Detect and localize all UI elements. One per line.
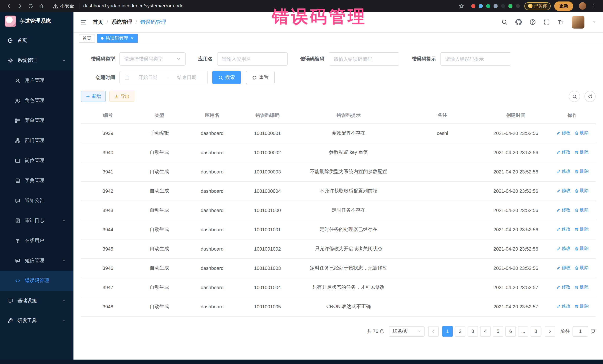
- sidebar-item-post[interactable]: 岗位管理: [0, 151, 73, 170]
- edit-link[interactable]: 修改: [556, 149, 570, 155]
- delete-link[interactable]: 删除: [574, 303, 589, 310]
- error-code-input[interactable]: [329, 52, 399, 66]
- delete-link[interactable]: 删除: [574, 226, 589, 232]
- sidebar-item-dict[interactable]: 字典管理: [0, 170, 73, 190]
- edit-link[interactable]: 修改: [556, 246, 570, 252]
- delete-link[interactable]: 删除: [574, 149, 589, 155]
- extension-icon[interactable]: [508, 4, 512, 8]
- tab-item[interactable]: 错误码管理: [97, 34, 138, 43]
- toolbar: 新增 导出: [81, 91, 596, 102]
- breadcrumb-item[interactable]: 首页: [93, 19, 103, 25]
- search-icon[interactable]: [501, 19, 508, 25]
- add-button[interactable]: 新增: [81, 91, 106, 102]
- edit-link[interactable]: 修改: [556, 284, 570, 290]
- bookmark-star-icon[interactable]: [458, 3, 464, 9]
- help-icon[interactable]: [530, 19, 536, 25]
- tab-item[interactable]: 首页: [79, 34, 95, 43]
- pager-page-button[interactable]: 6: [505, 326, 516, 336]
- sidebar-item-code[interactable]: 错误码管理: [0, 271, 73, 291]
- sidebar-item-sms[interactable]: 短信管理: [0, 251, 73, 271]
- tab-label: 错误码管理: [106, 35, 128, 41]
- pager-page-button[interactable]: 4: [480, 326, 491, 336]
- edit-link[interactable]: 修改: [556, 130, 570, 136]
- extension-icon[interactable]: [471, 4, 475, 8]
- edit-link[interactable]: 修改: [556, 207, 570, 213]
- sidebar-item-log[interactable]: 审计日志: [0, 210, 73, 231]
- breadcrumb-item[interactable]: 系统管理: [111, 19, 132, 25]
- back-icon[interactable]: [6, 3, 12, 9]
- sidebar-item-gear[interactable]: 系统管理: [0, 50, 73, 70]
- sidebar-item-online[interactable]: 在线用户: [0, 231, 73, 251]
- url-text[interactable]: dashboard.yudao.iocoder.cn/system/error-…: [83, 3, 184, 9]
- calendar-icon: [124, 75, 129, 80]
- date-range-picker[interactable]: 开始日期 - 结束日期: [119, 71, 208, 84]
- export-button[interactable]: 导出: [109, 91, 134, 102]
- search-button[interactable]: 搜索: [212, 71, 241, 84]
- refresh-table-button[interactable]: [584, 91, 596, 102]
- pager-page-button[interactable]: 2: [455, 326, 465, 336]
- pager-page-button[interactable]: 8: [531, 326, 541, 336]
- edit-link[interactable]: 修改: [556, 303, 570, 310]
- page-size-select[interactable]: 10条/页: [389, 326, 425, 336]
- app-name-input[interactable]: [217, 52, 288, 66]
- reset-button[interactable]: 重置: [246, 71, 275, 84]
- home-icon[interactable]: [39, 3, 44, 9]
- pager-page-button[interactable]: 5: [493, 326, 503, 336]
- next-page-button[interactable]: [545, 326, 555, 336]
- menu-dots-icon[interactable]: [591, 3, 597, 9]
- error-hint-input[interactable]: [441, 52, 511, 66]
- toggle-search-button[interactable]: [569, 91, 580, 102]
- extension-icon[interactable]: [486, 4, 490, 8]
- edit-link[interactable]: 修改: [556, 188, 570, 194]
- fullscreen-icon[interactable]: [544, 19, 550, 25]
- browser-avatar[interactable]: [579, 2, 586, 10]
- extension-icon[interactable]: [478, 4, 483, 8]
- breadcrumb-item[interactable]: 错误码管理: [140, 19, 166, 25]
- edit-link[interactable]: 修改: [556, 226, 570, 232]
- sidebar-item-role[interactable]: 角色管理: [0, 90, 73, 110]
- chevron-down-icon[interactable]: [592, 20, 596, 24]
- breadcrumb-separator: /: [135, 19, 137, 25]
- delete-link[interactable]: 删除: [574, 265, 589, 271]
- delete-link[interactable]: 删除: [574, 188, 589, 194]
- table-row: 3942自动生成dashboard1001000004不允许获取敏感配置到前端2…: [81, 181, 596, 200]
- filter-row-2: 创建时间 开始日期 - 结束日期 搜索 重置: [81, 71, 596, 84]
- extension-icon[interactable]: [501, 4, 505, 8]
- online-icon: [15, 238, 20, 243]
- hamburger-icon[interactable]: [80, 19, 87, 25]
- pager-more-button[interactable]: ...: [518, 326, 528, 336]
- reload-icon[interactable]: [28, 3, 33, 9]
- delete-link[interactable]: 删除: [574, 207, 589, 213]
- delete-link[interactable]: 删除: [574, 246, 589, 252]
- github-icon[interactable]: [515, 19, 522, 25]
- avatar[interactable]: [572, 16, 584, 28]
- sidebar-item-dept[interactable]: 部门管理: [0, 131, 73, 151]
- sidebar-item-menu[interactable]: 菜单管理: [0, 110, 73, 131]
- chevron-down-icon: [62, 298, 66, 303]
- forward-icon[interactable]: [17, 3, 23, 9]
- update-button[interactable]: 更新: [554, 1, 573, 11]
- pager-page-button[interactable]: 3: [468, 326, 478, 336]
- security-indicator[interactable]: 不安全: [53, 3, 74, 9]
- footer-strip: [0, 360, 603, 364]
- extension-icon[interactable]: [493, 4, 498, 8]
- error-type-select[interactable]: 请选择错误码类型: [119, 52, 186, 66]
- delete-link[interactable]: 删除: [574, 168, 589, 175]
- sidebar-item-user[interactable]: 用户管理: [0, 70, 73, 90]
- sidebar-item-dashboard[interactable]: 首页: [0, 30, 73, 50]
- delete-link[interactable]: 删除: [574, 130, 589, 136]
- paused-badge[interactable]: 已暂停: [524, 2, 551, 10]
- font-size-icon[interactable]: [558, 19, 564, 25]
- goto-page-input[interactable]: [573, 326, 588, 336]
- extension-icon[interactable]: [516, 4, 520, 8]
- logo[interactable]: 芋道管理系统: [0, 12, 73, 30]
- pager-page-button[interactable]: 1: [442, 326, 453, 336]
- tab-close-icon[interactable]: [130, 36, 134, 40]
- delete-link[interactable]: 删除: [574, 284, 589, 290]
- sidebar-item-tool[interactable]: 研发工具: [0, 311, 73, 331]
- edit-link[interactable]: 修改: [556, 265, 570, 271]
- edit-link[interactable]: 修改: [556, 168, 570, 175]
- sidebar-item-infra[interactable]: 基础设施: [0, 291, 73, 311]
- sidebar-item-notice[interactable]: 通知公告: [0, 190, 73, 210]
- prev-page-button[interactable]: [428, 326, 439, 336]
